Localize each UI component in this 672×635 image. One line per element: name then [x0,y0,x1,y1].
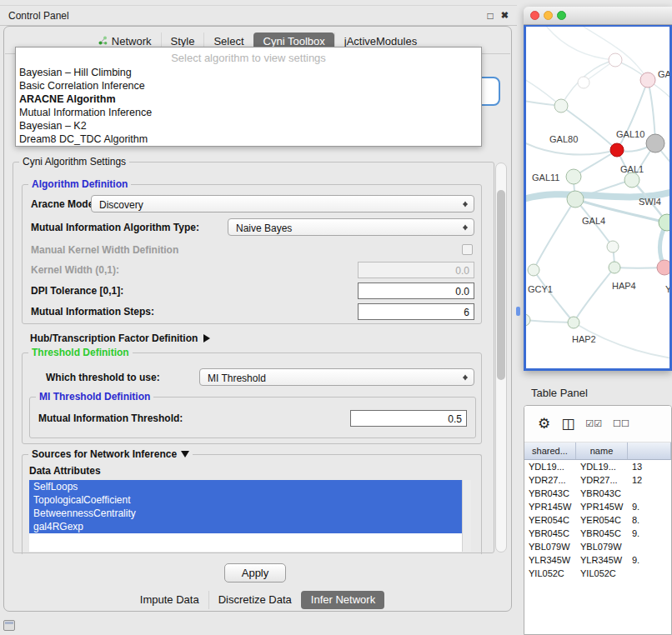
table-row[interactable]: YIL052CYIL052C [524,567,671,580]
network-node[interactable] [609,53,622,67]
which-threshold-value: MI Threshold [208,372,266,384]
table-cell: YER054C [576,513,628,527]
mi-algorithm-type-value: Naive Bayes [236,222,292,234]
column-header-2[interactable] [628,442,671,459]
mi-threshold-definition-title: MI Threshold Definition [36,391,153,402]
table-row[interactable]: YDL19...YDL19...13 [524,460,671,473]
node-label-gal80: GAL80 [549,134,578,144]
aracne-mode-select[interactable]: Discovery [91,195,474,212]
network-node[interactable] [578,77,589,88]
network-node[interactable] [659,214,669,231]
close-window-icon[interactable]: ✖ [501,11,509,20]
which-threshold-select[interactable]: MI Threshold [199,368,474,386]
aracne-mode-value: Discovery [99,199,143,211]
algorithm-option-dream8-dc-tdc-algorithm[interactable]: Dream8 DC_TDC Algorithm [16,132,481,146]
table-cell: 13 [628,460,671,473]
gear-icon[interactable]: ⚙ [538,417,550,431]
network-node[interactable] [526,314,530,326]
table-row[interactable]: YPR145WYPR145W9. [524,500,671,513]
column-header-name[interactable]: name [576,442,628,459]
network-edge[interactable] [543,27,615,60]
network-edge[interactable] [534,270,574,322]
apply-button[interactable]: Apply [224,563,286,582]
network-edge[interactable] [534,199,575,270]
dpi-tolerance-field[interactable]: 0.0 [358,282,474,299]
algorithm-option-mutual-information-inference[interactable]: Mutual Information Inference [16,106,481,119]
network-node[interactable] [640,72,655,88]
cyni-settings-title: Cyni Algorithm Settings [19,156,129,168]
minimize-button[interactable] [544,11,553,20]
bottom-tab-discretize-data[interactable]: Discretize Data [208,591,301,609]
attribute-item-selfloops[interactable]: SelfLoops [29,480,462,493]
algorithm-option-bayesian-hill-climbing[interactable]: Bayesian – Hill Climbing [16,66,481,79]
table-cell: 9. [628,553,671,567]
network-node[interactable] [610,143,624,157]
network-node[interactable] [554,99,568,112]
columns-icon[interactable]: ◫ [561,417,574,431]
table-row[interactable]: YBR043CYBR043C [524,487,671,500]
table-toolbar: ⚙ ◫ ☑☑ ☐☐ [524,406,671,442]
attribute-item-betweennesscentrality[interactable]: BetweennessCentrality [29,507,462,520]
attribute-item-topologicalcoefficient[interactable]: TopologicalCoefficient [29,493,462,507]
network-view-window: GALGAL80GAL10GAL1GAL11SWI4GAL4GCY1HAP4YH… [524,7,672,371]
deselect-all-icon[interactable]: ☐☐ [613,419,629,428]
table-row[interactable]: YBL079WYBL079W [524,540,671,553]
network-node[interactable] [646,134,664,152]
combo-arrows-icon [462,222,469,232]
network-canvas[interactable]: GALGAL80GAL10GAL1GAL11SWI4GAL4GCY1HAP4YH… [524,25,672,371]
scrollbar-thumb[interactable] [497,190,505,380]
network-edge[interactable] [526,320,574,322]
algorithm-option-aracne-algorithm[interactable]: ARACNE Algorithm [16,92,481,106]
cyni-algorithm-settings-group: Cyni Algorithm Settings Algorithm Defini… [13,162,494,553]
algorithm-option-basic-correlation-inference[interactable]: Basic Correlation Inference [16,79,481,92]
network-node[interactable] [528,264,539,276]
table-panel: ⚙ ◫ ☑☑ ☐☐ shared...name YDL19...YDL19...… [524,405,672,635]
mi-algorithm-type-select[interactable]: Naive Bayes [228,218,474,236]
table-row[interactable]: YBR045CYBR045C9. [524,527,671,540]
table-row[interactable]: YDR27...YDR27...12 [524,473,671,487]
node-label-gal4: GAL4 [582,216,605,226]
sources-title-row[interactable]: Sources for Network Inference [28,448,193,460]
mi-threshold-field[interactable]: 0.5 [350,410,467,427]
network-node[interactable] [624,172,639,188]
algorithm-option-bayesian-k2[interactable]: Bayesian – K2 [16,119,481,132]
panel-toggle-icon[interactable] [3,620,15,631]
settings-scrollbar[interactable] [495,162,507,552]
table-row[interactable]: YLR345WYLR345W9. [524,553,671,567]
bottom-tab-infer-network[interactable]: Infer Network [301,591,384,609]
hub-transcription-factor-section[interactable]: Hub/Transcription Factor Definition [30,332,210,344]
kernel-width-field[interactable]: 0.0 [358,262,474,278]
dpi-tolerance-label: DPI Tolerance [0,1]: [31,285,123,297]
network-node[interactable] [657,260,669,275]
network-canvas-svg[interactable]: GALGAL80GAL10GAL1GAL11SWI4GAL4GCY1HAP4YH… [526,27,669,368]
splitter-handle[interactable] [516,307,520,316]
algorithm-definition-title: Algorithm Definition [28,178,131,190]
mi-algorithm-type-label: Mutual Information Algorithm Type: [31,222,199,233]
mi-steps-field[interactable]: 6 [358,303,474,320]
list-scrollbar[interactable] [462,480,471,552]
network-node[interactable] [607,241,619,252]
network-node[interactable] [566,169,581,184]
close-button[interactable] [530,11,539,20]
network-edge[interactable] [617,80,648,150]
table-cell: YPR145W [524,500,576,513]
column-header-shared[interactable]: shared... [524,442,576,459]
table-header: shared...name [524,442,671,460]
data-attributes-label: Data Attributes [29,465,101,477]
attribute-item-gal4rgexp[interactable]: gal4RGexp [29,520,462,533]
manual-kernel-width-checkbox[interactable] [462,244,473,255]
zoom-button[interactable] [557,11,566,20]
network-node[interactable] [567,191,584,208]
network-node[interactable] [568,317,579,328]
data-attributes-list[interactable]: SelfLoopsTopologicalCoefficientBetweenne… [29,480,471,552]
bottom-tab-impute-data[interactable]: Impute Data [131,591,208,609]
float-window-icon[interactable]: □ [488,11,494,21]
table-cell: 9. [628,527,671,540]
table-cell: YBL079W [524,540,576,553]
select-all-icon[interactable]: ☑☑ [585,419,602,428]
table-cell: YER054C [524,513,576,527]
table-row[interactable]: YER054CYER054C8. [524,513,671,527]
table-cell [628,487,671,500]
network-edge[interactable] [574,268,614,322]
network-node[interactable] [609,262,620,273]
